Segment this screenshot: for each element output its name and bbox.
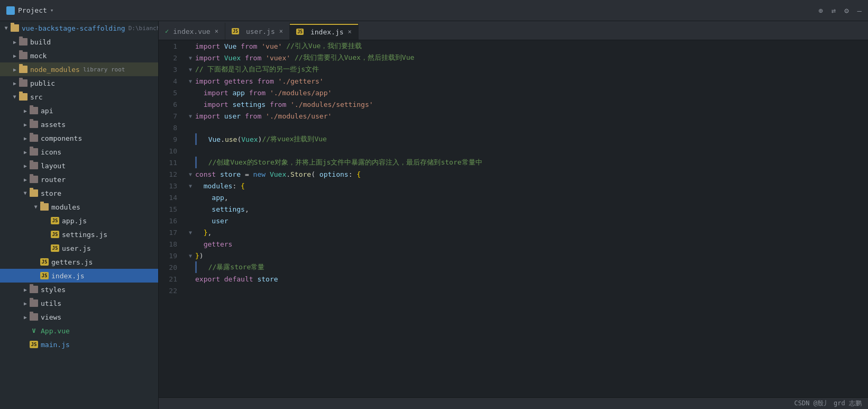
fold-13[interactable]: ▼ [187,182,194,189]
app-vue-badge: V [30,327,38,334]
icons-folder-icon [30,148,38,156]
ln-11: 11 [159,157,177,168]
code-line-1: import Vue from 'vue' //引入Vue，我们要挂载 [187,40,868,52]
public-label: public [30,79,55,87]
sidebar-item-app-vue[interactable]: V App.vue [0,324,158,338]
globe-icon[interactable]: ⊕ [818,6,823,15]
line-numbers: 1 2 3 4 5 6 7 8 9 10 11 12 13 14 15 16 1… [159,40,182,397]
sidebar-item-views[interactable]: ▶ views [0,310,158,324]
sidebar-item-build[interactable]: ▶ build [0,35,158,49]
sidebar-item-main-js[interactable]: JS main.js [0,338,158,351]
fold-12[interactable]: ▼ [187,170,194,178]
sidebar-item-public[interactable]: ▶ public [0,76,158,90]
ln-13: 13 [159,180,177,192]
fold-2[interactable]: ▼ [187,54,194,61]
fold-17[interactable]: ▼ [187,229,194,236]
code-line-5: import app from './modules/app' [187,87,868,98]
sidebar-item-settings-js[interactable]: JS settings.js [0,228,158,241]
build-arrow: ▶ [11,39,19,45]
sidebar-item-index-js[interactable]: JS index.js [0,269,158,283]
fold-7[interactable]: ▼ [187,112,194,120]
project-dropdown-icon[interactable]: ▾ [50,7,54,14]
sidebar-item-user-js[interactable]: JS user.js [0,241,158,255]
assets-arrow: ▶ [21,122,30,128]
code-line-15: settings, [187,203,868,215]
assets-label: assets [41,121,66,129]
ln-4: 4 [159,75,177,87]
tab-index-js[interactable]: JS index.js × [290,23,359,40]
code-line-9: Vue.use(Vuex)//将vuex挂载到Vue [187,133,868,145]
node-modules-tag: library root [83,66,125,73]
user-js-close[interactable]: × [279,28,283,35]
transfer-icon[interactable]: ⇄ [832,6,836,15]
ln-19: 19 [159,250,177,261]
layout-label: layout [41,162,66,170]
code-line-2: ▼ import Vuex from 'vuex' //我们需要引入Vuex，然… [187,52,868,63]
app-js-badge: JS [51,217,59,224]
sidebar-item-utils[interactable]: ▶ utils [0,296,158,310]
views-folder-icon [30,313,38,321]
src-folder-icon [19,93,28,101]
sidebar-item-router[interactable]: ▶ router [0,172,158,186]
index-js-tab-label: index.js [310,28,344,36]
sidebar-item-store[interactable]: ▶ store [0,186,158,200]
sidebar-item-icons[interactable]: ▶ icons [0,145,158,159]
code-line-10 [187,145,868,157]
getters-js-label: getters.js [51,258,93,266]
sidebar-item-getters-js[interactable]: JS getters.js [0,255,158,269]
index-js-close[interactable]: × [348,28,352,35]
views-arrow: ▶ [21,314,30,320]
public-folder-icon [19,79,28,87]
left-border-9 [195,133,197,145]
user-js-tab-badge: JS [232,28,239,34]
icons-arrow: ▶ [21,149,30,155]
modules-label: modules [51,203,80,211]
mock-label: mock [30,52,47,60]
ln-15: 15 [159,203,177,215]
sidebar-item-api[interactable]: ▶ api [0,104,158,117]
styles-label: styles [41,286,66,294]
router-label: router [41,176,66,184]
build-label: build [30,38,51,46]
utils-arrow: ▶ [21,301,30,306]
ln-6: 6 [159,98,177,110]
index-vue-close[interactable]: × [215,28,218,35]
tab-index-vue[interactable]: ✓ index.vue × [159,23,225,40]
sidebar-item-components[interactable]: ▶ components [0,131,158,145]
sidebar-item-assets[interactable]: ▶ assets [0,117,158,131]
main-js-badge: JS [30,341,38,348]
fold-19[interactable]: ▼ [187,252,194,259]
sidebar-item-app-js[interactable]: JS app.js [0,214,158,228]
code-line-21: export default store [187,273,868,285]
sidebar-item-styles[interactable]: ▶ styles [0,283,158,296]
code-line-11: //创建Vuex的Store对象，并将上面js文件中暴露的内容注入，最后存储到s… [187,157,868,168]
layout-arrow: ▶ [21,163,30,169]
minimize-icon[interactable]: — [857,6,862,15]
sidebar-item-root[interactable]: ▶ vue-backstage-scaffolding D:\biancheng… [0,21,158,35]
fold-3[interactable]: ▼ [187,66,194,73]
sidebar-item-layout[interactable]: ▶ layout [0,159,158,172]
ln-10: 10 [159,145,177,157]
root-path: D:\biancheng\myItem\vue-backstage-s [129,25,159,32]
tab-user-js[interactable]: JS user.js × [225,23,290,40]
settings-icon[interactable]: ⚙ [844,6,848,15]
ln-12: 12 [159,168,177,180]
icons-label: icons [41,148,61,156]
sidebar-item-modules[interactable]: ▶ modules [0,200,158,214]
title-bar-title[interactable]: Project [18,6,47,14]
node-modules-arrow: ▶ [11,67,19,72]
styles-arrow: ▶ [21,287,30,293]
index-js-label: index.js [51,272,85,280]
project-icon [6,6,15,15]
sidebar-item-src[interactable]: ▶ src [0,90,158,104]
assets-folder-icon [30,121,38,128]
code-line-22 [187,285,868,296]
code-editor[interactable]: 1 2 3 4 5 6 7 8 9 10 11 12 13 14 15 16 1… [159,40,868,397]
editor-area: ✓ index.vue × JS user.js × JS index.js ×… [159,21,868,409]
fold-4[interactable]: ▼ [187,77,194,85]
title-bar-left: Project ▾ [6,6,53,15]
sidebar-item-mock[interactable]: ▶ mock [0,49,158,62]
root-arrow: ▶ [4,24,10,32]
sidebar-item-node-modules[interactable]: ▶ node_modules library root [0,62,158,76]
code-line-17: ▼ }, [187,226,868,238]
